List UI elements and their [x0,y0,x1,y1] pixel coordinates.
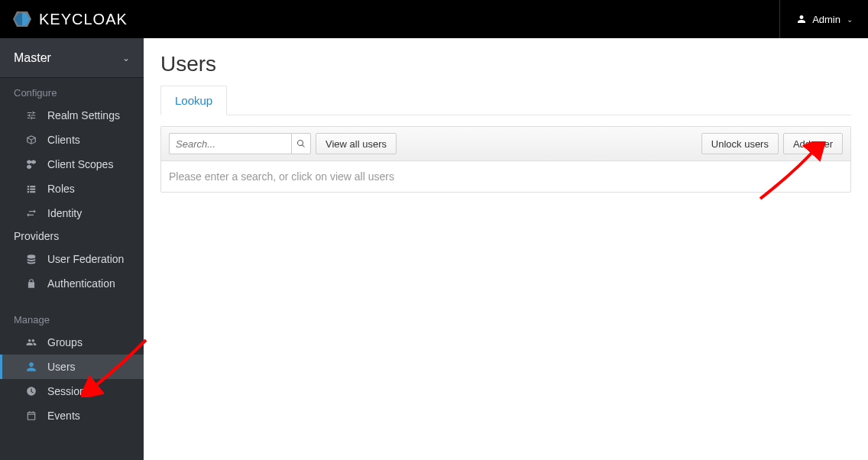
header: KEYCLOAK Admin ⌄ [0,0,868,38]
sidebar-item-authentication[interactable]: Authentication [0,271,144,296]
sidebar-section-manage: Manage [0,296,144,330]
exchange-icon [26,208,38,219]
logo-icon [11,8,33,30]
sidebar-item-client-scopes[interactable]: Client Scopes [0,152,144,177]
sidebar: Master ⌄ Configure Realm Settings Client… [0,38,144,460]
realm-name: Master [14,51,51,65]
chevron-down-icon: ⌄ [122,53,130,63]
realm-selector[interactable]: Master ⌄ [0,38,144,78]
sliders-icon [26,110,38,121]
user-icon [797,15,806,24]
tab-lookup[interactable]: Lookup [160,86,227,115]
tabs: Lookup [160,86,851,115]
sidebar-section-configure: Configure [0,78,144,103]
sidebar-item-sessions[interactable]: Sessions [0,379,144,403]
search-icon [296,139,306,148]
sidebar-item-identity[interactable]: Identity [0,201,144,225]
unlock-users-button[interactable]: Unlock users [701,133,779,154]
sidebar-item-realm-settings[interactable]: Realm Settings [0,103,144,128]
users-icon [26,337,38,348]
sidebar-item-users[interactable]: Users [0,355,144,379]
users-panel: View all users Unlock users Add user Ple… [160,126,851,193]
clock-icon [26,386,38,397]
lock-icon [26,278,38,289]
sidebar-item-groups[interactable]: Groups [0,330,144,355]
sidebar-item-label: User Federation [26,253,124,265]
sidebar-item-user-federation[interactable]: User Federation [0,247,144,271]
instruction-text: Please enter a search, or click on view … [161,161,850,192]
logo[interactable]: KEYCLOAK [11,8,128,30]
sidebar-plain-providers: Providers [0,225,144,247]
sidebar-item-label: Client Scopes [26,158,113,170]
user-icon [26,361,38,372]
sidebar-item-events[interactable]: Events [0,403,144,428]
sidebar-item-roles[interactable]: Roles [0,177,144,201]
user-menu[interactable]: Admin ⌄ [779,0,853,38]
page-title: Users [160,52,851,76]
search-input[interactable] [169,133,291,154]
cubes-icon [26,159,38,170]
main-content: Users Lookup View all users Unlock users… [144,38,868,460]
cube-icon [26,134,38,145]
chevron-down-icon: ⌄ [847,15,853,24]
user-label: Admin [812,14,840,25]
sidebar-item-label: Authentication [26,277,115,290]
sidebar-item-label: Realm Settings [26,109,120,121]
search-button[interactable] [291,133,311,154]
database-icon [26,254,38,264]
toolbar: View all users Unlock users Add user [161,127,850,161]
sidebar-item-clients[interactable]: Clients [0,128,144,152]
list-icon [26,183,38,194]
add-user-button[interactable]: Add user [783,133,843,154]
view-all-users-button[interactable]: View all users [316,133,397,154]
calendar-icon [26,410,38,421]
